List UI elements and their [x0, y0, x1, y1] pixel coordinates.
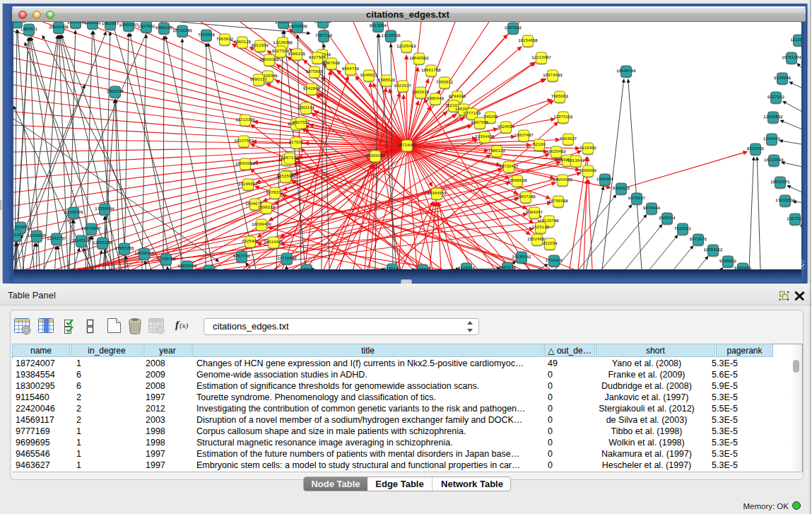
svg-text:12975115: 12975115: [553, 114, 573, 119]
svg-text:8860125: 8860125: [234, 39, 252, 44]
svg-text:1081545: 1081545: [67, 22, 85, 24]
svg-text:8186325: 8186325: [288, 51, 306, 56]
svg-text:1153594: 1153594: [277, 173, 294, 178]
svg-text:5875685: 5875685: [306, 69, 324, 74]
svg-text:7955812: 7955812: [436, 79, 454, 84]
svg-text:2867608: 2867608: [323, 60, 341, 65]
svg-text:1733426: 1733426: [546, 257, 563, 262]
svg-text:1244415: 1244415: [763, 136, 781, 141]
svg-text:8813054: 8813054: [370, 23, 387, 28]
svg-text:25302033: 25302033: [365, 153, 385, 158]
svg-text:12093832: 12093832: [763, 114, 783, 119]
svg-text:252254: 252254: [543, 240, 558, 245]
svg-text:10025453: 10025453: [546, 148, 566, 153]
svg-text:8215955: 8215955: [747, 146, 765, 151]
svg-text:11156829: 11156829: [28, 233, 47, 238]
svg-text:2405573: 2405573: [13, 22, 26, 23]
svg-text:16099489: 16099489: [252, 221, 271, 226]
svg-text:12213369: 12213369: [235, 117, 255, 122]
svg-text:1405571: 1405571: [20, 26, 38, 31]
svg-text:19384554: 19384554: [427, 190, 447, 195]
svg-text:7632621: 7632621: [674, 226, 692, 230]
svg-text:12213967: 12213967: [531, 54, 551, 59]
svg-text:9115460: 9115460: [579, 145, 596, 150]
svg-text:9777169: 9777169: [464, 110, 481, 115]
svg-text:6990448: 6990448: [427, 95, 445, 100]
svg-text:2687682: 2687682: [505, 25, 522, 30]
svg-text:9245086: 9245086: [734, 265, 752, 269]
svg-text:20691406: 20691406: [49, 24, 69, 29]
svg-text:9890152: 9890152: [250, 76, 268, 81]
svg-text:1167533: 1167533: [787, 216, 801, 221]
svg-text:8912954: 8912954: [252, 42, 269, 47]
svg-text:7515526: 7515526: [198, 32, 216, 37]
svg-text:7663822: 7663822: [216, 36, 234, 41]
svg-text:7625402: 7625402: [242, 238, 259, 243]
svg-text:15692971: 15692971: [770, 179, 790, 184]
svg-text:9136142: 9136142: [384, 266, 401, 269]
svg-text:1615132: 1615132: [532, 224, 550, 229]
svg-text:2935114: 2935114: [659, 215, 676, 220]
svg-text:15716842: 15716842: [277, 255, 297, 260]
svg-text:9084067: 9084067: [526, 209, 543, 214]
svg-text:12325419: 12325419: [396, 43, 416, 48]
svg-text:9699695: 9699695: [579, 168, 597, 173]
svg-text:2803144: 2803144: [298, 105, 315, 110]
svg-text:8564712: 8564712: [314, 22, 332, 23]
svg-text:9245013: 9245013: [201, 267, 218, 269]
svg-text:3991541: 3991541: [13, 232, 25, 237]
svg-text:9461178: 9461178: [499, 264, 516, 269]
svg-text:1953501: 1953501: [13, 224, 30, 229]
svg-text:746266: 746266: [483, 114, 498, 119]
svg-text:16782759: 16782759: [156, 256, 176, 261]
svg-text:8938923: 8938923: [613, 185, 630, 190]
svg-text:9245082: 9245082: [298, 267, 316, 269]
svg-text:10807487: 10807487: [514, 132, 534, 137]
svg-text:13218506: 13218506: [381, 33, 401, 37]
svg-text:9227342: 9227342: [767, 94, 785, 99]
svg-text:9245652: 9245652: [719, 258, 737, 263]
svg-text:9146821: 9146821: [360, 72, 378, 77]
svg-text:10655267: 10655267: [119, 22, 139, 27]
svg-text:16033809: 16033809: [288, 23, 307, 28]
svg-text:7357224: 7357224: [315, 33, 333, 37]
svg-text:1662957: 1662957: [102, 22, 119, 25]
svg-text:3267130: 3267130: [281, 155, 299, 160]
svg-text:9327508: 9327508: [309, 54, 326, 59]
svg-text:6679197: 6679197: [628, 195, 646, 200]
svg-text:817006: 817006: [289, 139, 304, 144]
svg-text:18724007: 18724007: [397, 142, 417, 147]
svg-text:6466160: 6466160: [155, 25, 173, 30]
svg-text:62160: 62160: [533, 141, 546, 146]
svg-text:10958107: 10958107: [134, 250, 154, 255]
svg-text:9356981: 9356981: [84, 22, 102, 25]
svg-text:15751074: 15751074: [782, 54, 801, 59]
svg-text:10973493: 10973493: [543, 72, 563, 77]
svg-text:10107553: 10107553: [234, 138, 254, 143]
svg-text:17016504: 17016504: [775, 197, 795, 202]
svg-text:6497568: 6497568: [471, 119, 489, 124]
svg-text:16648784: 16648784: [616, 68, 636, 73]
svg-text:16914479: 16914479: [264, 239, 283, 244]
svg-text:(x): (x): [180, 321, 189, 330]
svg-text:16154808: 16154808: [518, 37, 538, 42]
svg-text:19654982: 19654982: [235, 160, 255, 165]
svg-text:1640954: 1640954: [596, 176, 614, 181]
svg-text:1588520: 1588520: [378, 77, 396, 82]
svg-text:19166827: 19166827: [238, 181, 258, 186]
svg-text:8678332: 8678332: [266, 189, 284, 194]
svg-text:9129966: 9129966: [774, 75, 792, 80]
svg-text:6322037: 6322037: [394, 83, 412, 88]
svg-text:7485063: 7485063: [551, 93, 569, 98]
svg-text:9327509: 9327509: [272, 48, 290, 53]
svg-text:19756928: 19756928: [548, 198, 568, 203]
svg-text:8471676: 8471676: [690, 236, 707, 241]
svg-text:3624554: 3624554: [498, 124, 515, 129]
svg-text:7986322: 7986322: [488, 148, 506, 153]
svg-text:20206576: 20206576: [64, 209, 83, 214]
svg-text:10654112: 10654112: [703, 247, 723, 252]
svg-text:8454749: 8454749: [342, 66, 360, 71]
svg-text:1362615: 1362615: [412, 89, 430, 94]
svg-text:10975887: 10975887: [81, 226, 101, 230]
svg-text:18640910: 18640910: [409, 55, 429, 60]
